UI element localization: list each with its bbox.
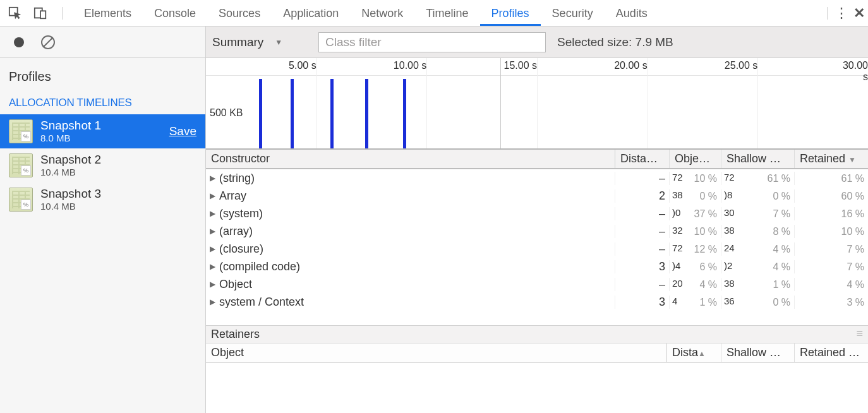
rcol-object[interactable]: Object bbox=[206, 344, 667, 362]
allocation-bar bbox=[259, 79, 262, 148]
time-tick: 20.00 s bbox=[614, 60, 647, 71]
rcol-distance[interactable]: Dista▲ bbox=[667, 344, 721, 362]
expand-triangle-icon[interactable]: ▶ bbox=[210, 262, 215, 271]
sort-asc-icon: ▲ bbox=[698, 349, 706, 358]
constructor-name: (array) bbox=[219, 225, 253, 238]
cell-distance: 2 bbox=[615, 189, 670, 203]
snapshot-icon: % bbox=[9, 153, 33, 177]
rcol-retained[interactable]: Retained … bbox=[795, 344, 868, 362]
rcol-shallow[interactable]: Shallow … bbox=[721, 344, 795, 362]
table-row[interactable]: ▶(closure) – 12 %72 4 %24 7 % bbox=[206, 240, 868, 258]
cell-retained: 60 % bbox=[795, 189, 868, 203]
constructor-name: Object bbox=[219, 278, 252, 291]
col-objects[interactable]: Objec… bbox=[670, 150, 721, 168]
constructor-name: (system) bbox=[219, 207, 263, 220]
cell-distance: – bbox=[615, 172, 670, 185]
cell-objects: 4 %20 bbox=[670, 278, 721, 291]
cell-objects: 10 %32 bbox=[670, 225, 721, 238]
table-row[interactable]: ▶(array) – 10 %32 8 %38 10 % bbox=[206, 222, 868, 240]
section-allocation-timelines: ALLOCATION TIMELINES bbox=[0, 87, 205, 114]
cell-distance: – bbox=[615, 225, 670, 238]
profiles-heading: Profiles bbox=[0, 58, 205, 87]
rcol-distance-label: Dista bbox=[672, 346, 698, 359]
expand-triangle-icon[interactable]: ▶ bbox=[210, 191, 215, 200]
clear-button[interactable] bbox=[39, 33, 57, 51]
time-tick: 10.00 s bbox=[394, 60, 426, 71]
expand-triangle-icon[interactable]: ▶ bbox=[210, 174, 215, 183]
cell-retained: 10 % bbox=[795, 225, 868, 238]
table-row[interactable]: ▶(system) – 37 %)0 7 %30 16 % bbox=[206, 205, 868, 222]
device-toggle-icon[interactable] bbox=[32, 4, 49, 22]
col-shallow[interactable]: Shallow … bbox=[721, 150, 795, 168]
col-distance[interactable]: Distan… bbox=[615, 150, 670, 168]
tab-sources[interactable]: Sources bbox=[207, 1, 272, 26]
time-tick: 25.00 s bbox=[725, 60, 757, 71]
cell-shallow: 7 %30 bbox=[721, 207, 795, 220]
expand-triangle-icon[interactable]: ▶ bbox=[210, 244, 215, 253]
snapshot-2[interactable]: % Snapshot 2 10.4 MB bbox=[0, 148, 205, 183]
devtools-tab-bar: ElementsConsoleSourcesApplicationNetwork… bbox=[0, 0, 868, 27]
hamburger-icon[interactable]: ≡ bbox=[856, 328, 863, 341]
cell-retained: 61 % bbox=[795, 172, 868, 185]
cell-retained: 7 % bbox=[795, 242, 868, 256]
snapshot-size: 10.4 MB bbox=[40, 167, 196, 177]
snapshot-3[interactable]: % Snapshot 3 10.4 MB bbox=[0, 183, 205, 217]
col-retained-label: Retained bbox=[800, 152, 845, 165]
allocation-bar bbox=[291, 79, 294, 148]
cell-distance: 3 bbox=[615, 260, 670, 273]
inspect-element-icon[interactable] bbox=[6, 4, 24, 22]
record-button[interactable] bbox=[10, 33, 28, 51]
cell-retained: 7 % bbox=[795, 260, 868, 273]
allocation-timeline[interactable]: 5.00 s10.00 s15.00 s20.00 s25.00 s30.00 … bbox=[206, 58, 868, 150]
col-constructor[interactable]: Constructor bbox=[206, 150, 615, 168]
kebab-menu-icon[interactable]: ⋮ bbox=[833, 4, 850, 22]
snapshot-title: Snapshot 2 bbox=[40, 153, 196, 167]
expand-triangle-icon[interactable]: ▶ bbox=[210, 280, 215, 289]
expand-triangle-icon[interactable]: ▶ bbox=[210, 227, 215, 236]
cell-retained: 3 % bbox=[795, 296, 868, 309]
allocation-bar bbox=[365, 79, 368, 148]
time-ruler: 5.00 s10.00 s15.00 s20.00 s25.00 s30.00 … bbox=[206, 58, 868, 76]
snapshot-save-link[interactable]: Save bbox=[169, 124, 196, 138]
tab-profiles[interactable]: Profiles bbox=[480, 1, 541, 26]
snapshot-icon: % bbox=[9, 188, 33, 212]
snapshot-title: Snapshot 3 bbox=[40, 188, 196, 201]
close-icon[interactable]: ✕ bbox=[850, 4, 868, 22]
tab-console[interactable]: Console bbox=[143, 1, 207, 26]
tab-elements[interactable]: Elements bbox=[73, 1, 143, 26]
class-filter-input[interactable] bbox=[318, 32, 546, 52]
perspective-label: Summary bbox=[212, 35, 263, 49]
table-row[interactable]: ▶(compiled code) 3 6 %)4 4 %)2 7 % bbox=[206, 258, 868, 275]
table-row[interactable]: ▶(string) – 10 %72 61 %72 61 % bbox=[206, 169, 868, 187]
time-tick: 15.00 s bbox=[504, 60, 537, 71]
constructor-name: system / Context bbox=[219, 296, 304, 309]
expand-triangle-icon[interactable]: ▶ bbox=[210, 297, 215, 306]
allocation-bar bbox=[403, 79, 406, 148]
tab-security[interactable]: Security bbox=[541, 1, 605, 26]
cell-shallow: 4 %24 bbox=[721, 242, 795, 256]
cell-shallow: 4 %)2 bbox=[721, 260, 795, 273]
table-row[interactable]: ▶system / Context 3 1 %4 0 %36 3 % bbox=[206, 293, 868, 311]
snapshot-icon: % bbox=[9, 119, 33, 143]
cell-objects: 12 %72 bbox=[670, 242, 721, 256]
snapshot-size: 10.4 MB bbox=[40, 201, 196, 212]
tab-timeline[interactable]: Timeline bbox=[414, 1, 479, 26]
profile-main: Summary ▼ Selected size: 7.9 MB 5.00 s10… bbox=[206, 27, 868, 413]
table-row[interactable]: ▶Object – 4 %20 1 %38 4 % bbox=[206, 275, 868, 293]
cell-distance: – bbox=[615, 242, 670, 256]
perspective-select[interactable]: Summary ▼ bbox=[212, 35, 307, 49]
tab-audits[interactable]: Audits bbox=[605, 1, 659, 26]
table-row[interactable]: ▶Array 2 0 %38 0 %)8 60 % bbox=[206, 187, 868, 205]
cell-shallow: 8 %38 bbox=[721, 225, 795, 238]
cell-retained: 16 % bbox=[795, 207, 868, 220]
expand-triangle-icon[interactable]: ▶ bbox=[210, 209, 215, 218]
cell-retained: 4 % bbox=[795, 278, 868, 291]
cell-objects: 1 %4 bbox=[670, 296, 721, 309]
tab-application[interactable]: Application bbox=[272, 1, 350, 26]
tab-network[interactable]: Network bbox=[350, 1, 414, 26]
retainers-columns: Object Dista▲ Shallow … Retained … bbox=[206, 344, 868, 362]
col-retained[interactable]: Retained ▼ bbox=[795, 150, 868, 168]
chevron-down-icon: ▼ bbox=[275, 38, 282, 47]
constructor-name: Array bbox=[219, 189, 246, 203]
snapshot-1[interactable]: % Snapshot 1 8.0 MB Save bbox=[0, 114, 205, 148]
